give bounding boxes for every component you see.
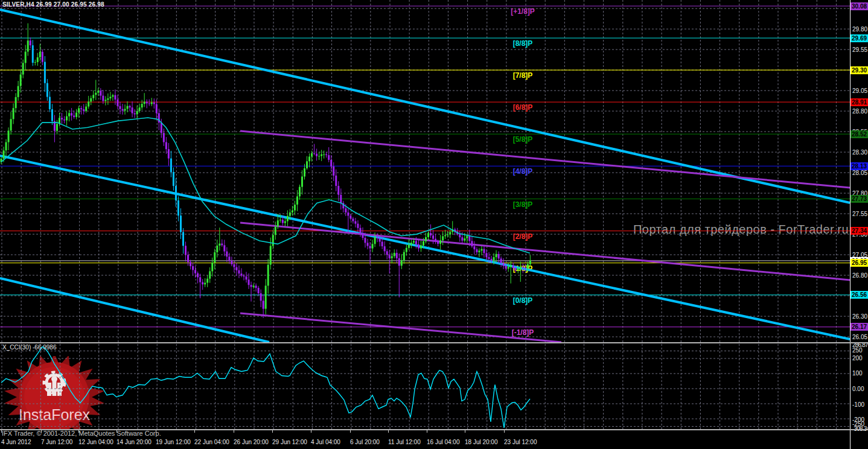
candle-body	[362, 233, 363, 238]
candle-body	[173, 172, 174, 186]
indicator-window-separator[interactable]	[0, 342, 868, 343]
candle-body	[90, 98, 92, 102]
candle-body	[447, 234, 448, 235]
candle-body	[114, 95, 116, 100]
murrey-label: [4/8]P	[513, 167, 533, 176]
time-tick-label: 4 Jun 2012	[1, 439, 31, 445]
candle-body	[248, 279, 250, 285]
time-tick-label: 22 Jun 04:00	[194, 439, 229, 445]
candle-body	[161, 123, 162, 133]
candle-body	[8, 130, 10, 142]
candle-body	[156, 104, 158, 113]
murrey-label: [8/8]P	[513, 39, 533, 48]
candle-body	[71, 113, 72, 115]
candle-body	[34, 62, 36, 63]
candle-body	[190, 262, 191, 266]
chart-title-ohlc: SILVER,H4 26.99 27.00 26.95 26.98	[2, 1, 104, 8]
indicator-scale-label: 250	[852, 346, 863, 354]
candle-body	[68, 113, 70, 116]
price-tick-label: 28.30	[852, 148, 867, 156]
candle-body	[427, 233, 429, 237]
time-tick-label: 26 Jun 20:00	[234, 439, 269, 445]
candle-body	[163, 133, 165, 142]
candle-body	[221, 244, 223, 246]
indicator-scale-label: -100	[852, 401, 864, 409]
candle-body	[144, 102, 145, 104]
candle-body	[92, 95, 94, 98]
candle-body	[377, 237, 378, 238]
candle-body	[238, 270, 240, 273]
candle-body	[83, 109, 85, 111]
candle-body	[374, 237, 376, 244]
candle-body	[277, 220, 279, 226]
murrey-price-box: 27.34	[850, 227, 868, 235]
candle-body	[102, 96, 104, 101]
candle-body	[112, 95, 113, 97]
candle-body	[330, 160, 332, 167]
candle-body	[32, 45, 34, 63]
murrey-price-box: 28.13	[850, 162, 868, 170]
candle-body	[325, 154, 327, 155]
candle-body	[216, 246, 218, 252]
candle-body	[478, 250, 480, 252]
candle-body	[308, 157, 310, 162]
candle-body	[107, 98, 109, 100]
candle-body	[449, 232, 451, 234]
candle-body	[180, 215, 182, 232]
candle-body	[22, 63, 24, 74]
candle-body	[403, 252, 405, 261]
candle-body	[122, 109, 124, 111]
price-axis[interactable]: 29.8029.5529.0528.8028.5528.3028.0527.80…	[850, 0, 868, 449]
candle-body	[226, 252, 228, 257]
time-tick-label: 6 Jul 20:00	[350, 439, 380, 445]
candle-body	[435, 239, 436, 241]
time-tick-label: 23 Jul 12:00	[504, 439, 537, 445]
chart-window: InstaForex Портал для трейдеров - ForTra…	[0, 0, 868, 449]
murrey-price-box: 26.17	[850, 323, 868, 331]
candle-body	[437, 241, 439, 244]
candle-body	[15, 97, 17, 108]
time-axis-tick	[465, 430, 465, 433]
candle-body	[527, 264, 529, 269]
candle-body	[228, 256, 230, 261]
candle-body	[199, 277, 201, 282]
candle-body	[340, 195, 342, 203]
candle-body	[488, 257, 490, 259]
candle-body	[177, 200, 179, 215]
candle-body	[289, 212, 291, 216]
candle-body	[211, 263, 213, 271]
candle-body	[5, 142, 7, 151]
candle-body	[134, 113, 136, 115]
murrey-price-box: 29.30	[850, 66, 868, 74]
chart-plot-area[interactable]: [+1/8]P[8/8]P[7/8]P[6/8]P[5/8]P[4/8]P[3/…	[0, 0, 850, 449]
candle-body	[515, 268, 517, 270]
candle-body	[44, 62, 46, 83]
candle-body	[124, 109, 126, 110]
trendline-cyan	[0, 278, 269, 342]
candle-body	[209, 271, 211, 278]
candle-body	[37, 57, 39, 62]
murrey-label: [2/8]P	[513, 232, 533, 241]
candle-body	[175, 186, 177, 200]
murrey-price-box: 26.95	[850, 259, 868, 267]
candle-body	[88, 101, 89, 106]
candle-body	[253, 285, 255, 287]
price-tick-label: 29.55	[852, 46, 867, 54]
candle-body	[444, 235, 446, 237]
candle-body	[270, 246, 272, 264]
candle-body	[359, 228, 361, 233]
candle-body	[471, 241, 473, 246]
candle-body	[39, 52, 41, 57]
candle-body	[75, 113, 77, 117]
murrey-label: [3/8]P	[513, 200, 533, 209]
murrey-price-box: 28.91	[850, 98, 868, 106]
candle-body	[206, 279, 208, 283]
candle-body	[104, 100, 106, 101]
candle-body	[379, 238, 381, 241]
murrey-price-box: 29.69	[850, 34, 868, 42]
candle-body	[335, 176, 337, 186]
cci-indicator-line	[1, 347, 530, 428]
candle-body	[223, 245, 225, 251]
candle-body	[352, 218, 354, 221]
candle-body	[410, 243, 412, 244]
